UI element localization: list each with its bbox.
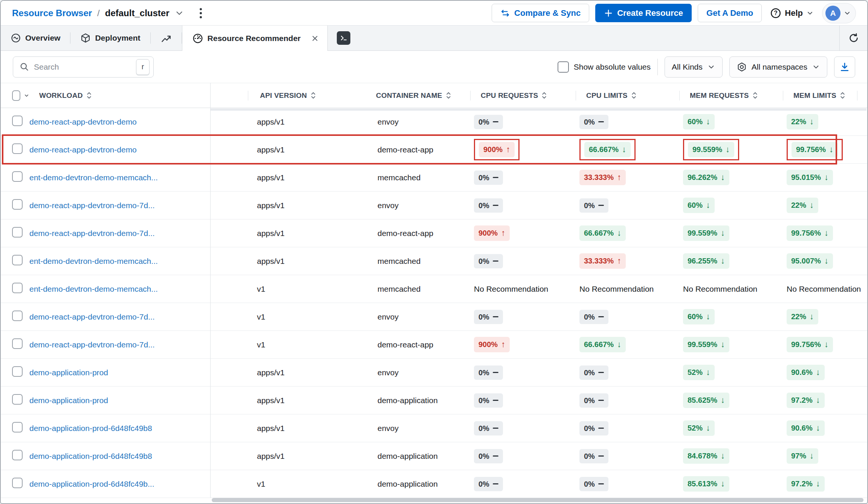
workload-link[interactable]: demo-application-prod-6d48fc49b...	[29, 480, 154, 488]
sort-icon[interactable]	[752, 91, 758, 99]
table-row[interactable]: demo-application-prod-6d48fc49b8apps/v1e…	[1, 414, 867, 442]
column-header-cpu-requests[interactable]: CPU REQUESTS	[470, 91, 576, 100]
row-checkbox[interactable]	[12, 199, 23, 210]
workload-link[interactable]: demo-react-app-devtron-demo	[29, 117, 137, 126]
mem-requests-value-badge: 99.559%↓	[683, 337, 729, 352]
sort-icon[interactable]	[310, 91, 316, 99]
row-checkbox[interactable]	[12, 478, 23, 488]
refresh-button[interactable]	[839, 26, 867, 50]
column-header-workload[interactable]: WORKLOAD	[29, 91, 210, 100]
row-checkbox[interactable]	[12, 311, 23, 321]
api-version-cell: apps/v1	[210, 117, 376, 126]
table-row[interactable]: demo-react-app-devtron-demoapps/v1envoy0…	[1, 108, 867, 136]
mem-requests-value-badge: 85.625%↓	[683, 393, 729, 408]
row-checkbox[interactable]	[12, 394, 23, 405]
table-row[interactable]: ent-demo-devtron-demo-memcach...apps/v1m…	[1, 247, 867, 275]
workload-link[interactable]: demo-react-app-devtron-demo-7d...	[29, 201, 155, 210]
sort-icon[interactable]	[631, 91, 637, 99]
absolute-values-checkbox[interactable]	[558, 61, 569, 73]
filter-bar: r Show absolute values All Kinds All nam…	[1, 51, 867, 83]
help-menu[interactable]: ? Help	[770, 8, 814, 19]
select-all-checkbox[interactable]	[12, 90, 20, 101]
row-checkbox[interactable]	[12, 255, 23, 265]
user-menu[interactable]: A	[822, 3, 856, 23]
workload-link[interactable]: demo-application-prod-6d48fc49b8	[29, 452, 152, 460]
mem-limits-cell: 99.756%↓	[783, 337, 867, 352]
column-header-container-name[interactable]: CONTAINER NAME	[376, 91, 470, 100]
breadcrumb-resource-browser-link[interactable]: Resource Browser	[12, 8, 92, 18]
table-row-highlighted[interactable]: demo-react-app-devtron-demoapps/v1demo-r…	[1, 136, 867, 164]
close-tab-icon[interactable]	[311, 34, 319, 43]
workload-link[interactable]: demo-react-app-devtron-demo-7d...	[29, 229, 155, 238]
workload-link[interactable]: demo-application-prod	[29, 396, 108, 405]
plus-icon	[604, 9, 613, 18]
tab-deployment[interactable]: Deployment	[70, 26, 150, 50]
get-demo-button[interactable]: Get A Demo	[698, 4, 762, 22]
workload-link[interactable]: ent-demo-devtron-demo-memcach...	[29, 257, 158, 265]
kinds-dropdown[interactable]: All Kinds	[665, 56, 723, 78]
show-absolute-values-toggle[interactable]: Show absolute values	[558, 61, 651, 73]
column-header-api-version[interactable]: API VERSION	[210, 91, 376, 100]
row-checkbox[interactable]	[12, 171, 23, 182]
sort-icon[interactable]	[446, 91, 451, 99]
sort-icon[interactable]	[541, 91, 547, 99]
table-row[interactable]: demo-react-app-devtron-demo-7d...v1envoy…	[1, 303, 867, 331]
workload-link[interactable]: ent-demo-devtron-demo-memcach...	[29, 285, 158, 293]
sort-icon[interactable]	[840, 91, 845, 99]
container-name-cell: demo-react-app	[376, 229, 470, 238]
table-row[interactable]: demo-application-prodapps/v1demo-applica…	[1, 387, 867, 414]
row-checkbox[interactable]	[12, 283, 23, 293]
row-checkbox-cell	[1, 255, 29, 267]
table-row[interactable]: demo-react-app-devtron-demo-7d...apps/v1…	[1, 219, 867, 247]
row-checkbox[interactable]	[12, 116, 23, 126]
select-menu-chevron-icon[interactable]	[24, 92, 29, 99]
horizontal-scrollbar-top[interactable]	[211, 108, 866, 111]
mem-limits-value-badge: 22%↓	[787, 198, 818, 213]
row-checkbox[interactable]	[12, 422, 23, 432]
workload-cell: ent-demo-devtron-demo-memcach...	[29, 173, 210, 182]
workload-link[interactable]: demo-application-prod	[29, 368, 108, 377]
row-checkbox[interactable]	[12, 338, 23, 349]
tab-metrics-chart[interactable]	[151, 26, 182, 50]
cpu-requests-value-badge: 0%	[474, 449, 503, 463]
workload-link[interactable]: demo-react-app-devtron-demo	[29, 145, 137, 154]
container-name-cell: envoy	[376, 117, 470, 126]
search-input[interactable]	[34, 62, 131, 72]
tab-terminal[interactable]	[328, 26, 359, 50]
row-checkbox[interactable]	[12, 227, 23, 238]
trend-down-icon: ↓	[706, 367, 710, 377]
table-row[interactable]: demo-application-prod-6d48fc49b...v1demo…	[1, 470, 867, 498]
table-row[interactable]: demo-react-app-devtron-demo-7d...apps/v1…	[1, 192, 867, 219]
container-name-cell: envoy	[376, 368, 470, 377]
table-row[interactable]: demo-react-app-devtron-demo-7d...v1demo-…	[1, 331, 867, 359]
workload-link[interactable]: ent-demo-devtron-demo-memcach...	[29, 173, 158, 182]
workload-link[interactable]: demo-react-app-devtron-demo-7d...	[29, 312, 155, 321]
row-checkbox[interactable]	[12, 143, 23, 154]
search-box[interactable]: r	[13, 56, 154, 78]
horizontal-scrollbar[interactable]	[212, 498, 863, 502]
cluster-select-chevron-icon[interactable]	[174, 8, 184, 18]
tab-resource-recommender[interactable]: Resource Recommender	[182, 26, 328, 51]
compare-sync-button[interactable]: Compare & Sync	[492, 4, 589, 22]
namespaces-chevron-icon	[812, 63, 820, 71]
table-row[interactable]: ent-demo-devtron-demo-memcach...v1memcac…	[1, 275, 867, 303]
workload-cell: demo-application-prod-6d48fc49b8	[29, 452, 210, 461]
table-row[interactable]: demo-application-prod-6d48fc49b8apps/v1d…	[1, 442, 867, 470]
table-row[interactable]: ent-demo-devtron-demo-memcach...apps/v1m…	[1, 164, 867, 192]
download-button[interactable]	[834, 56, 855, 78]
namespaces-dropdown[interactable]: All namespaces	[729, 56, 827, 78]
tab-overview[interactable]: Overview	[1, 26, 70, 50]
mem-limits-value: 97%	[791, 451, 806, 460]
column-header-mem-limits[interactable]: MEM LIMITS	[783, 91, 867, 100]
row-checkbox[interactable]	[12, 450, 23, 460]
column-header-cpu-limits[interactable]: CPU LIMITS	[576, 91, 679, 100]
workload-link[interactable]: demo-react-app-devtron-demo-7d...	[29, 340, 155, 349]
workload-link[interactable]: demo-application-prod-6d48fc49b8	[29, 424, 152, 432]
table-row[interactable]: demo-application-prodapps/v1envoy0%0%52%…	[1, 359, 867, 387]
more-options-icon[interactable]	[199, 7, 202, 19]
sort-icon[interactable]	[86, 91, 92, 99]
workload-cell: demo-application-prod	[29, 368, 210, 377]
column-header-mem-requests[interactable]: MEM REQUESTS	[679, 91, 783, 100]
create-resource-button[interactable]: Create Resource	[595, 4, 692, 22]
row-checkbox[interactable]	[12, 366, 23, 377]
